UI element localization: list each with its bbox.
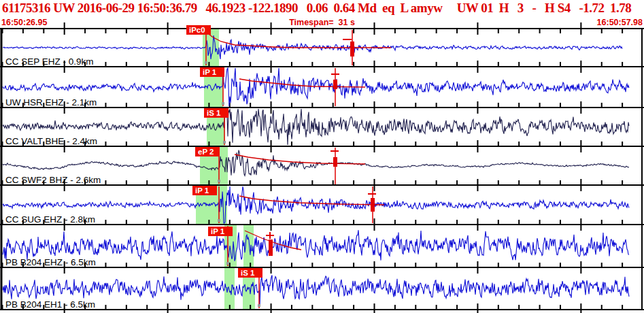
pick-drag-handle[interactable]	[223, 141, 226, 144]
phase-pick-flag-label: iP 1	[203, 68, 217, 76]
trace-label: UW HSR EHZ - 2.1km	[5, 97, 97, 108]
pick-drag-handle[interactable]	[258, 304, 260, 307]
waveform-trace[interactable]	[3, 186, 629, 223]
phase-pick-flag-label: iP 1	[211, 227, 225, 235]
pick-drag-handle[interactable]	[226, 262, 229, 265]
coda-termination-mark[interactable]	[350, 42, 354, 56]
phase-pick-flag-label: iS 1	[207, 109, 221, 117]
seismogram-plot: iPc0CC SEP EHZ - 0.9kmiP 1UW HSR EHZ - 2…	[0, 0, 644, 313]
phase-pick-flag-label: eP 2	[198, 148, 214, 156]
coda-termination-mark[interactable]	[269, 240, 273, 256]
trace-label: CC VALT BHE - 2.4km	[5, 136, 97, 146]
pick-drag-handle[interactable]	[218, 219, 220, 222]
coda-envelope-line	[206, 32, 391, 48]
coda-termination-mark[interactable]	[333, 157, 337, 167]
trace-label: CC SUG EHZ - 2.8km	[5, 214, 95, 225]
pick-drag-handle[interactable]	[205, 61, 207, 64]
coda-termination-mark[interactable]	[333, 80, 337, 89]
pick-drag-handle[interactable]	[218, 180, 220, 182]
phase-pick-flag-label: iP 1	[195, 186, 209, 195]
phase-pick-flag-label: iPc0	[189, 26, 205, 34]
pick-highlight-band	[243, 225, 254, 267]
coda-envelope-line	[239, 79, 365, 87]
trace-label: PB B204 EHZ - 6.5km	[5, 257, 96, 267]
pick-drag-handle[interactable]	[222, 102, 224, 105]
coda-termination-mark[interactable]	[371, 198, 375, 212]
trace-label: CC SEP EHZ - 0.9km	[5, 56, 94, 67]
trace-label: PB B204 EH1 - 6.5km	[5, 299, 95, 310]
waveform-trace[interactable]	[3, 276, 629, 306]
phase-pick-flag-label: iS 1	[241, 269, 255, 277]
trace-label: CC SWF2 BHZ - 2.6km	[5, 175, 101, 185]
waveform-trace[interactable]	[3, 230, 629, 261]
seismogram-viewer-window: 61175316 UW 2016-06-29 16:50:36.79 46.19…	[0, 0, 644, 313]
